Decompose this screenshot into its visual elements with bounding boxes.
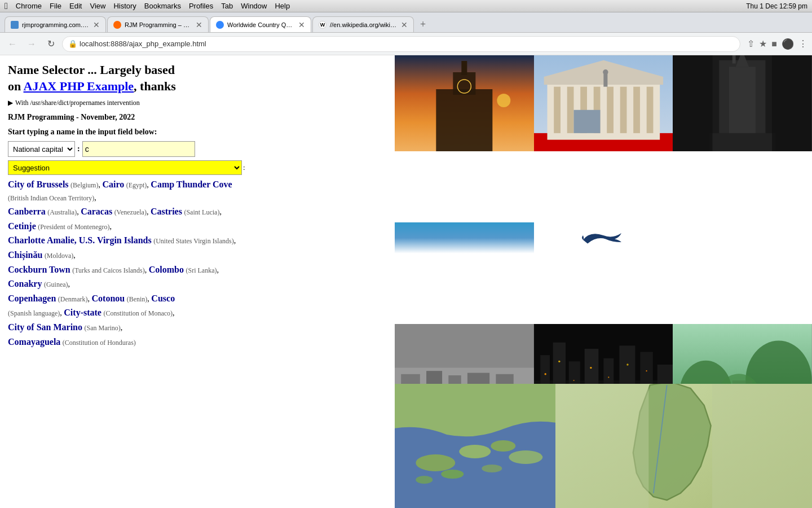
tab-1[interactable]: rjmprogramming.com.au/today... ✕ xyxy=(5,16,106,32)
category-select[interactable]: National capital Country City River Moun… xyxy=(8,141,75,157)
left-panel: Name Selector ... Largely based on AJAX … xyxy=(0,55,395,508)
result-country-16: (San Marino) xyxy=(85,324,121,332)
result-country-8: (Moldova) xyxy=(45,252,73,260)
tab-2-close[interactable]: ✕ xyxy=(196,20,202,29)
svg-point-76 xyxy=(416,476,433,484)
apple-menu[interactable]:  xyxy=(5,1,8,11)
tab-2-favicon xyxy=(113,21,121,29)
result-city-15: City-state xyxy=(64,308,102,317)
menu-history[interactable]: History xyxy=(113,2,136,10)
colon-sep: : xyxy=(243,163,245,172)
name-input[interactable] xyxy=(82,141,195,157)
svg-rect-24 xyxy=(729,67,756,133)
result-city-9: Cockburn Town xyxy=(8,265,70,274)
svg-rect-8 xyxy=(547,80,660,140)
address-icons: ⇧ ★ ■ ⚫ ⋮ xyxy=(747,38,807,50)
menu-help[interactable]: Help xyxy=(275,2,290,10)
dolphin-icon xyxy=(581,226,626,249)
reload-button[interactable]: ↻ xyxy=(43,36,59,52)
result-country-13: (Benin) xyxy=(127,295,148,303)
svg-rect-27 xyxy=(773,55,812,151)
svg-rect-2 xyxy=(453,72,475,95)
address-input[interactable]: 🔒 localhost:8888/ajax_php_example.html xyxy=(62,36,740,52)
svg-rect-26 xyxy=(673,55,712,151)
tab-4-label: //en.wikipedia.org/wiki/Chișinău xyxy=(330,21,398,28)
ajax-php-link[interactable]: AJAX PHP Example xyxy=(24,79,134,93)
tab-4-close[interactable]: ✕ xyxy=(401,20,408,29)
result-country-9: (Turks and Caicos Islands) xyxy=(72,266,145,274)
menu-window[interactable]: Window xyxy=(241,2,267,10)
menu-dots-icon[interactable]: ⋮ xyxy=(798,38,807,49)
menu-profiles[interactable]: Profiles xyxy=(189,2,213,10)
result-city-4: Caracas xyxy=(81,207,112,216)
tab-2[interactable]: RJM Programming – Software ... ✕ xyxy=(107,16,209,32)
result-city-6: Cetinje xyxy=(8,221,36,231)
datetime: Thu 1 Dec 12:59 pm xyxy=(746,2,807,10)
detail-toggle[interactable]: ▶ With /usr/share/dict/propernames inter… xyxy=(8,99,387,107)
svg-point-71 xyxy=(416,454,455,471)
svg-rect-16 xyxy=(646,87,653,133)
forward-button[interactable]: → xyxy=(24,36,39,52)
url-text: localhost:8888/ajax_php_example.html xyxy=(80,40,206,48)
result-city-11: Conakry xyxy=(8,279,42,288)
result-city-13: Cotonou xyxy=(92,294,125,303)
bookmark-icon[interactable]: ★ xyxy=(759,38,767,49)
result-city-12: Copenhagen xyxy=(8,294,56,303)
new-tab-button[interactable]: + xyxy=(415,16,431,32)
tab-4-favicon: W xyxy=(319,21,326,29)
tab-3-label: Worldwide Country Quiz Game xyxy=(227,21,295,28)
triangle-icon: ▶ xyxy=(8,99,13,107)
result-country-0: (Belgium) xyxy=(70,181,98,189)
input-row: National capital Country City River Moun… xyxy=(8,141,387,157)
result-city-1: Cairo xyxy=(102,179,124,189)
menu-tab[interactable]: Tab xyxy=(221,2,233,10)
title-line1: Name Selector ... Largely based xyxy=(8,63,175,77)
result-country-15: (Constitution of Monaco) xyxy=(103,309,173,317)
svg-rect-80 xyxy=(712,384,812,508)
result-country-2: (British Indian Ocean Territory) xyxy=(8,194,94,202)
result-city-17: Comayaguela xyxy=(8,337,60,347)
svg-rect-14 xyxy=(620,87,626,133)
map-moldova xyxy=(555,384,812,508)
tab-3-favicon xyxy=(216,21,224,29)
menu-edit[interactable]: Edit xyxy=(69,2,82,10)
profile-icon[interactable]: ⚫ xyxy=(782,38,794,50)
image-building-columns xyxy=(534,55,673,151)
tab-3[interactable]: Worldwide Country Quiz Game ✕ xyxy=(210,16,311,32)
svg-point-5 xyxy=(497,94,510,107)
svg-rect-13 xyxy=(607,87,614,133)
svg-point-21 xyxy=(603,69,608,75)
menu-chrome[interactable]: Chrome xyxy=(16,2,42,10)
page-title: Name Selector ... Largely based on AJAX … xyxy=(8,62,387,94)
share-icon[interactable]: ⇧ xyxy=(747,38,754,49)
suggestion-row: Suggestion : xyxy=(8,160,387,175)
svg-point-57 xyxy=(608,377,609,378)
suggestion-select[interactable]: Suggestion xyxy=(8,160,242,175)
blue-bar-left xyxy=(395,222,534,253)
result-city-10: Colombo xyxy=(149,265,184,274)
svg-rect-10 xyxy=(567,87,573,133)
map-caribbean xyxy=(395,384,555,508)
svg-rect-25 xyxy=(709,133,775,151)
svg-rect-15 xyxy=(633,87,640,133)
tab-4[interactable]: W //en.wikipedia.org/wiki/Chișinău ✕ xyxy=(312,16,414,32)
menu-bookmarks[interactable]: Bookmarks xyxy=(144,2,181,10)
tab-3-close[interactable]: ✕ xyxy=(298,20,305,29)
svg-point-72 xyxy=(459,445,491,458)
result-country-11: (Guinea) xyxy=(44,281,68,288)
tab-1-close[interactable]: ✕ xyxy=(93,20,100,29)
svg-point-59 xyxy=(646,370,647,371)
svg-rect-79 xyxy=(555,384,648,508)
suggestion-results: City of Brussels (Belgium), Cairo (Egypt… xyxy=(8,177,239,349)
result-country-7: (United States Virgin Islands) xyxy=(153,237,234,245)
right-panel xyxy=(395,55,812,508)
menu-view[interactable]: View xyxy=(90,2,105,10)
result-country-1: (Egypt) xyxy=(126,181,147,189)
image-monument-night xyxy=(673,55,812,151)
toggle-label: With /usr/share/dict/propernames interve… xyxy=(15,99,140,107)
back-button[interactable]: ← xyxy=(5,36,20,52)
extensions-icon[interactable]: ■ xyxy=(771,39,777,49)
menu-file[interactable]: File xyxy=(50,2,61,10)
svg-point-74 xyxy=(491,440,515,452)
svg-point-56 xyxy=(590,367,592,369)
